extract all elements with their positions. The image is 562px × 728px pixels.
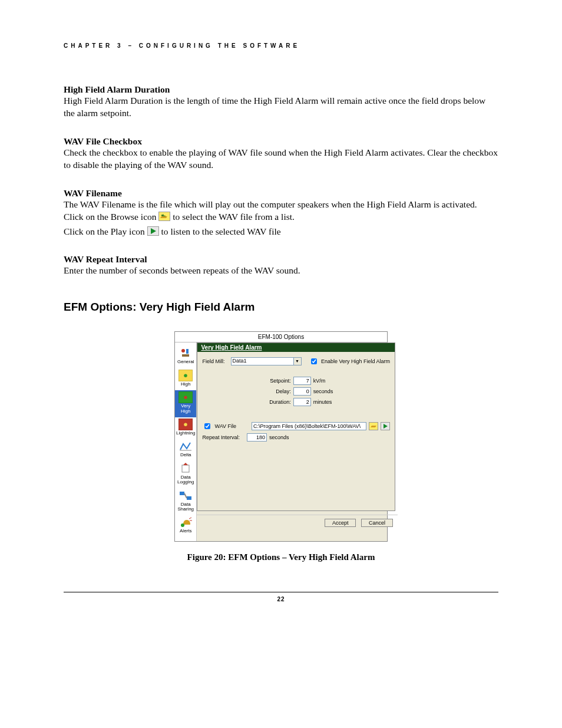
repeat-interval-row: Repeat Interval: seconds [202,433,390,442]
running-head: CHAPTER 3 – CONFIGURING THE SOFTWARE [64,42,498,49]
body-wav-filename-1: The WAV Filename is the file which will … [64,199,498,223]
nav-item-general[interactable]: General [175,346,196,368]
panel-title: Very High Field Alarm [197,342,395,352]
heading-wav-filename: WAV Filename [64,188,498,199]
nav-label-high: High [181,381,190,387]
wav-file-row: WAV File [202,421,390,431]
delay-label: Delay: [250,388,291,394]
page-number: 22 [64,592,498,602]
duration-unit: minutes [313,399,343,405]
delta-icon [178,440,193,452]
svg-line-12 [184,493,187,498]
data-logging-icon [178,463,193,475]
nav-label-general: General [177,359,194,364]
nav-item-data-logging[interactable]: Data Logging [175,462,196,489]
wav-file-checkbox[interactable] [204,423,210,429]
setpoint-input[interactable] [293,377,311,385]
text-wav-filename-d: to listen to the selected WAV file [161,226,281,236]
nav-label-data-logging: Data Logging [177,475,194,485]
svg-rect-4 [186,349,189,354]
setpoint-label: Setpoint: [250,378,291,384]
svg-point-3 [181,349,185,353]
wav-play-button[interactable] [381,422,390,430]
page: CHAPTER 3 – CONFIGURING THE SOFTWARE Hig… [0,0,562,684]
repeat-interval-unit: seconds [269,434,289,440]
tools-icon [178,347,193,359]
delay-unit: seconds [313,388,343,394]
lightning-icon [178,419,193,430]
dialog-button-row: Accept Cancel [197,515,398,531]
nav-item-data-sharing[interactable]: Data Sharing [175,489,196,516]
very-high-icon [178,391,193,403]
dialog-title: EFM-100 Options [175,332,387,342]
body-wav-file-checkbox: Check the checkbox to enable the playing… [64,147,498,172]
chevron-down-icon: ▼ [293,358,301,365]
svg-rect-10 [180,492,184,495]
cancel-button[interactable]: Cancel [361,519,393,527]
svg-rect-2 [182,354,189,357]
field-mill-label: Field Mill: [202,358,224,364]
nav-label-lightning: Lightning [176,430,195,436]
repeat-interval-label: Repeat Interval: [202,434,240,440]
duration-label: Duration: [250,399,291,405]
dialog-main: Very High Field Alarm Field Mill: Data1 … [197,342,398,541]
dialog-nav: General High Very High [175,342,197,541]
high-icon [178,370,193,381]
svg-rect-11 [187,496,191,500]
nav-label-data-sharing: Data Sharing [177,502,194,512]
duration-input[interactable] [293,398,311,406]
nav-item-very-high[interactable]: Very High [175,390,196,417]
nav-label-alerts: Alerts [180,528,191,533]
repeat-interval-input[interactable] [247,433,267,442]
svg-line-14 [189,518,191,519]
heading-high-field-alarm-duration: High Field Alarm Duration [64,84,498,95]
panel-body: Field Mill: Data1 ▼ Enable Very High Fie… [197,352,395,511]
enable-very-high-label: Enable Very High Field Alarm [321,358,390,364]
dialog-body: General High Very High [175,342,387,541]
delay-input[interactable] [293,387,311,396]
play-icon [147,226,159,236]
wav-browse-button[interactable] [369,422,378,430]
svg-point-6 [184,396,187,399]
setpoint-row: Setpoint: kV/m [202,377,390,385]
text-wav-filename-c: Click on the Play icon [64,226,147,236]
figure-caption: Figure 20: EFM Options – Very High Field… [64,552,498,562]
nav-item-alerts[interactable]: Alerts [175,515,196,537]
heading-wav-repeat-interval: WAV Repeat Interval [64,254,498,265]
svg-point-7 [184,423,187,426]
body-wav-filename-2: Click on the Play icon to listen to the … [64,226,498,238]
svg-point-5 [184,374,187,377]
field-mill-select[interactable]: Data1 ▼ [231,357,302,365]
heading-efm-options-very-high: EFM Options: Very High Field Alarm [64,301,498,314]
text-wav-filename-b: to select the WAV file from a list. [173,212,295,222]
nav-item-lightning[interactable]: Lightning [175,417,196,439]
field-mill-row: Field Mill: Data1 ▼ Enable Very High Fie… [202,357,390,366]
svg-point-13 [181,523,184,527]
delay-row: Delay: seconds [202,387,390,396]
wav-path-input[interactable] [252,422,366,430]
heading-wav-file-checkbox: WAV File Checkbox [64,136,498,147]
setpoint-unit: kV/m [313,378,343,384]
nav-label-very-high: Very High [181,403,190,413]
options-dialog: EFM-100 Options General High Ver [174,331,388,541]
alerts-icon [178,516,193,528]
duration-row: Duration: minutes [202,398,390,406]
nav-label-delta: Delta [180,452,191,457]
field-mill-value: Data1 [233,358,247,364]
accept-button[interactable]: Accept [325,519,356,527]
nav-item-delta[interactable]: Delta [175,439,196,461]
data-sharing-icon [178,490,193,502]
body-high-field-alarm-duration: High Field Alarm Duration is the length … [64,95,498,120]
nav-item-high[interactable]: High [175,368,196,390]
enable-very-high-checkbox[interactable] [311,358,317,364]
browse-icon [158,212,170,221]
svg-rect-9 [182,465,189,472]
body-wav-repeat-interval: Enter the number of seconds between repe… [64,265,498,277]
wav-file-label: WAV File [214,423,236,429]
